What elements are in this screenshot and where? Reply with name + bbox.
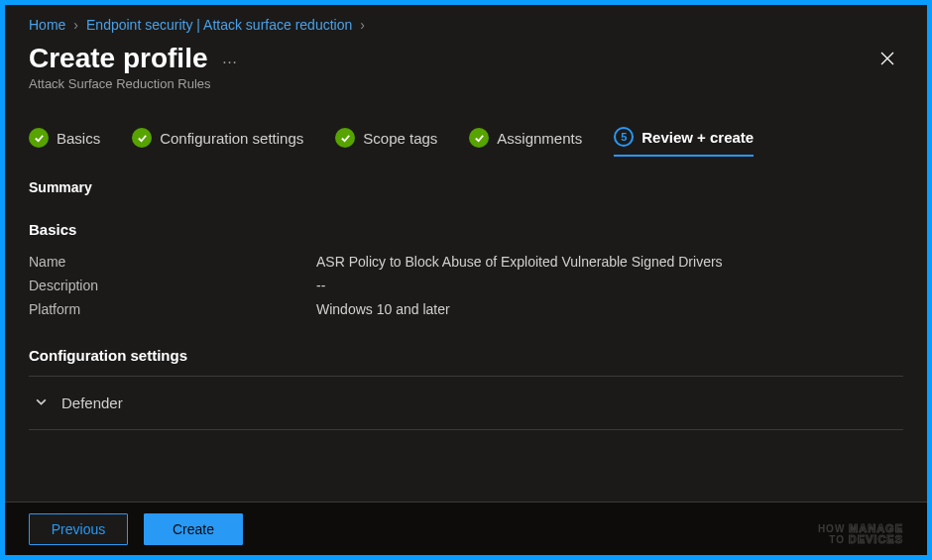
close-button[interactable] xyxy=(872,43,903,74)
tab-label: Basics xyxy=(57,130,100,147)
page-subtitle: Attack Surface Reduction Rules xyxy=(29,76,240,91)
breadcrumb-home[interactable]: Home xyxy=(29,17,65,33)
wizard-tabs: Basics Configuration settings Scope tags… xyxy=(29,127,903,158)
check-icon xyxy=(132,128,152,148)
tab-review-create[interactable]: 5 Review + create xyxy=(614,127,754,157)
create-button[interactable]: Create xyxy=(144,513,243,545)
expander-label: Defender xyxy=(61,394,123,411)
step-number-badge: 5 xyxy=(614,127,634,147)
chevron-right-icon: › xyxy=(73,17,78,33)
field-value: -- xyxy=(316,278,325,293)
more-button[interactable]: … xyxy=(222,50,240,67)
tab-configuration-settings[interactable]: Configuration settings xyxy=(132,127,303,157)
summary-row-platform: Platform Windows 10 and later xyxy=(29,297,903,321)
tab-basics[interactable]: Basics xyxy=(29,127,100,157)
breadcrumb-section[interactable]: Endpoint security | Attack surface reduc… xyxy=(86,17,352,33)
field-label: Platform xyxy=(29,301,316,317)
summary-row-description: Description -- xyxy=(29,274,903,297)
tab-label: Review + create xyxy=(641,129,754,146)
tab-scope-tags[interactable]: Scope tags xyxy=(335,127,437,157)
footer-bar: Previous Create xyxy=(5,502,927,555)
tab-assignments[interactable]: Assignments xyxy=(469,127,582,157)
page-title: Create profile xyxy=(29,43,208,74)
tab-label: Assignments xyxy=(497,130,582,147)
field-value: ASR Policy to Block Abuse of Exploited V… xyxy=(316,254,723,270)
close-icon xyxy=(880,52,894,65)
breadcrumb: Home › Endpoint security | Attack surfac… xyxy=(29,17,903,33)
check-icon xyxy=(335,128,355,148)
tab-label: Configuration settings xyxy=(160,130,303,147)
chevron-down-icon xyxy=(35,394,48,411)
field-value: Windows 10 and later xyxy=(316,301,450,317)
basics-heading: Basics xyxy=(29,221,903,238)
summary-row-name: Name ASR Policy to Block Abuse of Exploi… xyxy=(29,250,903,274)
chevron-right-icon: › xyxy=(360,17,365,33)
previous-button[interactable]: Previous xyxy=(29,513,128,545)
summary-heading: Summary xyxy=(29,179,903,195)
check-icon xyxy=(29,128,49,148)
expander-defender[interactable]: Defender xyxy=(29,377,903,430)
tab-label: Scope tags xyxy=(363,130,437,147)
check-icon xyxy=(469,128,489,148)
field-label: Name xyxy=(29,254,316,270)
config-settings-heading: Configuration settings xyxy=(29,347,903,364)
field-label: Description xyxy=(29,278,316,293)
